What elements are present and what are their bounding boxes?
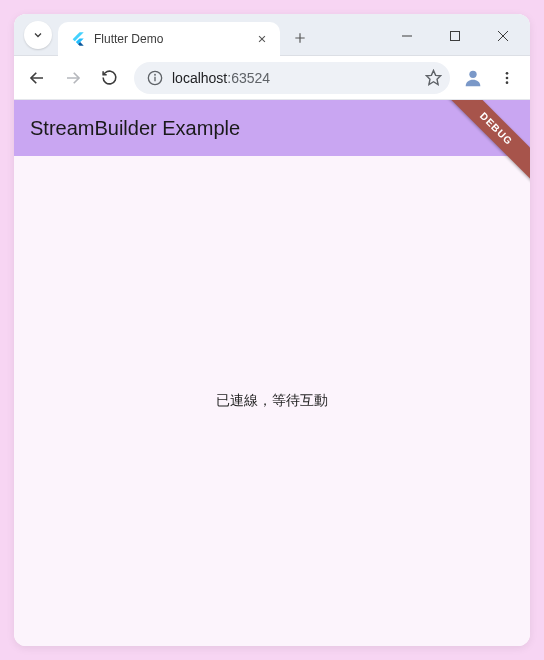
window-controls xyxy=(384,20,526,52)
tab-title: Flutter Demo xyxy=(94,32,250,46)
svg-point-17 xyxy=(506,81,509,84)
close-window-button[interactable] xyxy=(480,20,526,52)
app-bar: StreamBuilder Example xyxy=(14,100,530,156)
address-bar[interactable]: localhost:63524 xyxy=(134,62,450,94)
new-tab-button[interactable] xyxy=(286,24,314,52)
minimize-button[interactable] xyxy=(384,20,430,52)
browser-toolbar: localhost:63524 xyxy=(14,56,530,100)
svg-marker-13 xyxy=(426,70,440,84)
browser-tab[interactable]: Flutter Demo xyxy=(58,22,280,56)
forward-button[interactable] xyxy=(56,61,90,95)
app-bar-title: StreamBuilder Example xyxy=(30,117,240,140)
tab-search-button[interactable] xyxy=(24,21,52,49)
reload-button[interactable] xyxy=(92,61,126,95)
svg-point-16 xyxy=(506,76,509,79)
bookmark-star-icon[interactable] xyxy=(425,69,442,86)
flutter-icon xyxy=(70,31,86,47)
maximize-button[interactable] xyxy=(432,20,478,52)
browser-titlebar: Flutter Demo xyxy=(14,14,530,56)
site-info-icon[interactable] xyxy=(146,69,164,87)
stream-status-text: 已連線，等待互動 xyxy=(216,392,328,410)
svg-rect-5 xyxy=(451,31,460,40)
browser-window: Flutter Demo localhost: xyxy=(14,14,530,646)
svg-point-12 xyxy=(155,74,156,75)
profile-button[interactable] xyxy=(458,63,488,93)
app-body: 已連線，等待互動 xyxy=(14,156,530,646)
url-text: localhost:63524 xyxy=(172,70,270,86)
svg-point-15 xyxy=(506,72,509,75)
svg-point-14 xyxy=(469,70,476,77)
back-button[interactable] xyxy=(20,61,54,95)
page-content: StreamBuilder Example 已連線，等待互動 DEBUG xyxy=(14,100,530,646)
kebab-menu-button[interactable] xyxy=(490,61,524,95)
tab-close-button[interactable] xyxy=(254,31,270,47)
